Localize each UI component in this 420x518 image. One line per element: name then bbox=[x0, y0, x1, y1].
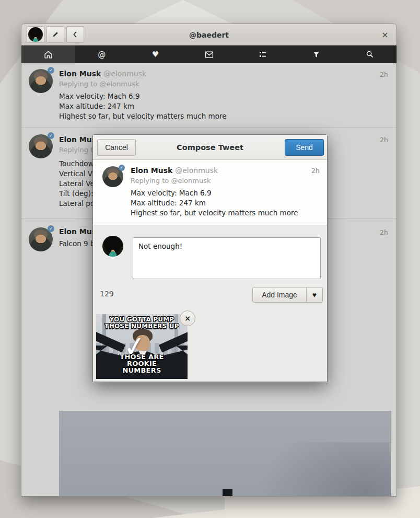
account-avatar-button[interactable] bbox=[27, 26, 44, 43]
tweet-text-line: Max velocity: Mach 6.9 bbox=[59, 91, 227, 101]
dialog-header: Compose Tweet Cancel Send bbox=[93, 135, 327, 160]
tweet-reply-context: Replying t bbox=[59, 146, 93, 154]
quoted-text-line: Highest so far, but velocity matters muc… bbox=[131, 208, 298, 218]
quoted-author-name: Elon Musk bbox=[131, 166, 172, 175]
cancel-button[interactable]: Cancel bbox=[97, 139, 136, 156]
heart-icon: ♥ bbox=[312, 291, 317, 299]
tweet-reply-context: Replying to @elonmusk bbox=[59, 80, 139, 88]
quoted-author-handle: @elonmusk bbox=[175, 166, 218, 175]
character-count: 129 bbox=[100, 290, 114, 298]
photo-cloud bbox=[258, 442, 391, 497]
home-icon bbox=[44, 50, 53, 59]
tweet-author-name: Elon Musk bbox=[59, 70, 101, 78]
envelope-icon bbox=[205, 51, 214, 59]
window-close-button[interactable]: × bbox=[379, 24, 391, 45]
quoted-timestamp: 2h bbox=[311, 167, 320, 175]
list-icon bbox=[259, 50, 267, 59]
funnel-icon bbox=[312, 51, 320, 59]
compose-dialog: Compose Tweet Cancel Send ✓ Elon Musk @e… bbox=[92, 134, 328, 382]
send-button[interactable]: Send bbox=[285, 139, 324, 156]
tweet-text-line: Max altitude: 247 km bbox=[59, 101, 227, 111]
quoted-text-line: Max altitude: 247 km bbox=[131, 198, 298, 208]
verified-badge-icon: ✓ bbox=[48, 225, 54, 232]
verified-badge-icon: ✓ bbox=[48, 67, 54, 74]
main-toolbar: @ ♥ bbox=[21, 45, 396, 63]
tweet-row[interactable]: ✓ Elon Musk @elonmusk Replying to @elonm… bbox=[21, 63, 396, 128]
tweet-text-line: Lateral Ve bbox=[59, 179, 95, 189]
tab-mentions[interactable]: @ bbox=[75, 45, 129, 63]
tweet-text-line: Highest so far, but velocity matters muc… bbox=[59, 111, 227, 121]
tweet-photo[interactable] bbox=[59, 411, 391, 497]
tab-lists[interactable] bbox=[236, 45, 289, 63]
compose-tweet-button[interactable] bbox=[46, 26, 64, 43]
search-icon bbox=[366, 50, 374, 59]
quoted-tweet: ✓ Elon Musk @elonmusk Replying to @elonm… bbox=[93, 160, 327, 225]
falcon9-interstage bbox=[223, 489, 232, 497]
tab-filters[interactable] bbox=[289, 45, 343, 63]
tweet-text-input[interactable]: Not enough! bbox=[133, 237, 321, 279]
tweet-text-line: Falcon 9 b bbox=[59, 239, 95, 249]
quoted-text-line: Max velocity: Mach 6.9 bbox=[131, 188, 298, 198]
close-icon: × bbox=[184, 314, 191, 323]
account-avatar bbox=[28, 27, 43, 42]
back-chevron-icon bbox=[72, 31, 79, 38]
mentions-icon: @ bbox=[98, 50, 106, 59]
tweet-timestamp: 2h bbox=[380, 136, 388, 144]
tweet-text-line: Vertical V bbox=[59, 169, 95, 179]
titlebar: @baedert × bbox=[21, 24, 396, 45]
compose-user-avatar bbox=[102, 236, 123, 257]
meme-bottom-text: THOSE ARE ROOKIE NUMBERS bbox=[96, 353, 188, 374]
tab-messages[interactable] bbox=[182, 45, 236, 63]
tab-search[interactable] bbox=[343, 45, 396, 63]
verified-badge-icon: ✓ bbox=[48, 132, 54, 139]
tab-home[interactable] bbox=[21, 45, 75, 63]
tweet-text-line: Touchdow bbox=[59, 159, 95, 169]
quoted-reply-context: Replying to @elonmusk bbox=[131, 177, 211, 185]
meme-top-text: YOU GOTTA PUMP THOSE NUMBERS UP bbox=[96, 316, 188, 330]
pencil-icon bbox=[51, 30, 60, 39]
tweet-author-handle: @elonmusk bbox=[103, 70, 146, 78]
tweet-text-line: Lateral po bbox=[59, 199, 95, 209]
back-button[interactable] bbox=[66, 26, 84, 43]
tab-favorites[interactable]: ♥ bbox=[129, 45, 182, 63]
tweet-timestamp: 2h bbox=[380, 228, 388, 236]
wallpaper-shape bbox=[225, 494, 420, 518]
tweet-text-line: Tilt (deg): bbox=[59, 189, 95, 199]
favorite-image-button[interactable]: ♥ bbox=[306, 287, 323, 303]
tweet-timestamp: 2h bbox=[380, 71, 388, 78]
attached-image-thumbnail[interactable]: YOU GOTTA PUMP THOSE NUMBERS UP ✓ THOSE … bbox=[96, 314, 188, 379]
remove-image-button[interactable]: × bbox=[180, 310, 195, 326]
verified-badge-icon: ✓ bbox=[119, 165, 125, 171]
add-image-button[interactable]: Add Image bbox=[252, 287, 307, 303]
heart-icon: ♥ bbox=[152, 50, 159, 59]
